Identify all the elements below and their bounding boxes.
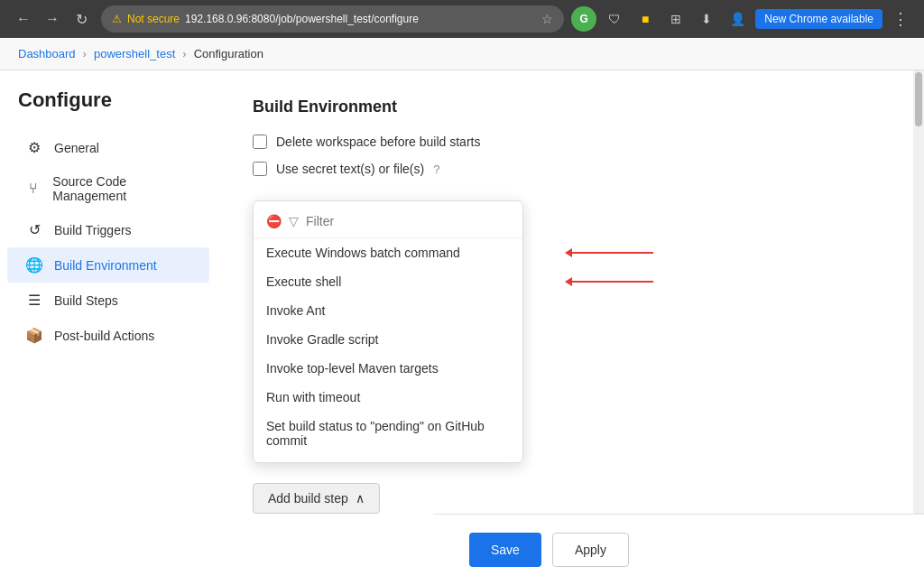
shield-icon[interactable]: 🛡 [602, 6, 627, 32]
menu-item-invoke-maven[interactable]: Invoke top-level Maven targets [254, 354, 522, 383]
arrow-line-2 [572, 281, 653, 283]
bottom-actions: Save Apply [433, 514, 924, 585]
new-chrome-button[interactable]: New Chrome available [755, 9, 882, 29]
checkbox-row-1: Delete workspace before build starts [253, 135, 888, 149]
grid-icon[interactable]: ⊞ [663, 6, 688, 32]
arrow-line-1 [572, 252, 653, 254]
section-title: Build Environment [253, 98, 888, 116]
star-icon[interactable]: ☆ [541, 12, 553, 26]
arrow-tip-2 [565, 277, 572, 286]
forward-button[interactable]: → [40, 6, 65, 32]
filter-funnel-icon: ▽ [289, 214, 299, 228]
menu-item-set-build-status[interactable]: Set build status to "pending" on GitHub … [254, 412, 522, 455]
menu-dots-icon[interactable]: ⋮ [888, 6, 913, 32]
arrow-tip-1 [565, 248, 572, 257]
menu-item-invoke-gradle[interactable]: Invoke Gradle script [254, 325, 522, 354]
secret-text-checkbox[interactable] [253, 162, 267, 176]
filter-icon: ⛔ [266, 214, 282, 228]
add-step-label: Add build step [268, 491, 348, 506]
sidebar-item-build-steps[interactable]: ☰ Build Steps [7, 283, 209, 318]
main-layout: Configure ⚙ General ⑂ Source Code Manage… [0, 70, 924, 585]
branch-icon: ⑂ [25, 181, 42, 197]
sidebar-label-build-environment: Build Environment [54, 258, 157, 273]
sidebar-item-source-code[interactable]: ⑂ Source Code Management [7, 165, 209, 212]
breadcrumb-dashboard[interactable]: Dashboard [18, 47, 76, 60]
profile-icon[interactable]: 👤 [725, 6, 750, 32]
sidebar-title: Configure [0, 88, 217, 130]
menu-item-wrapper-2: Execute shell [254, 267, 522, 296]
breadcrumb: Dashboard › powershell_test › Configurat… [0, 38, 924, 70]
menu-item-wrapper-1: Execute Windows batch command [254, 238, 522, 267]
content-area: Build Environment Delete workspace befor… [217, 70, 924, 585]
sidebar-label-build-steps: Build Steps [54, 293, 118, 308]
breadcrumb-sep-2: › [182, 47, 186, 60]
list-icon: ☰ [25, 292, 43, 309]
scroll-thumb[interactable] [915, 72, 922, 126]
browser-chrome: ← → ↻ ⚠ Not secure 192.168.0.96:8080/job… [0, 0, 924, 38]
add-build-step-section: Add build step ∧ [253, 483, 888, 514]
scrollbar[interactable] [913, 70, 924, 585]
security-warning-text: Not secure [127, 13, 180, 25]
breadcrumb-current: Configuration [194, 47, 263, 60]
gear-icon: ⚙ [25, 139, 43, 156]
download-icon[interactable]: ⬇ [694, 6, 719, 32]
execute-windows-arrow [565, 248, 653, 257]
sidebar-label-general: General [54, 141, 99, 155]
puzzle-icon[interactable]: ■ [633, 6, 658, 32]
sidebar-item-build-triggers[interactable]: ↺ Build Triggers [7, 212, 209, 247]
execute-shell-arrow [565, 277, 653, 286]
sidebar-item-general[interactable]: ⚙ General [7, 130, 209, 165]
globe-icon: 🌐 [25, 256, 43, 274]
url-text: 192.168.0.96:8080/job/powershell_test/co… [185, 13, 419, 25]
trigger-icon: ↺ [25, 221, 43, 238]
page-area: Dashboard › powershell_test › Configurat… [0, 38, 924, 585]
menu-item-execute-windows[interactable]: Execute Windows batch command [254, 238, 522, 267]
box-icon: 📦 [25, 327, 43, 344]
breadcrumb-sep-1: › [83, 47, 87, 60]
browser-actions: G 🛡 ■ ⊞ ⬇ 👤 New Chrome available ⋮ [571, 6, 913, 32]
filter-input[interactable] [306, 214, 510, 228]
breadcrumb-job[interactable]: powershell_test [94, 47, 175, 60]
nav-buttons: ← → ↻ [11, 6, 94, 32]
sidebar-item-build-environment[interactable]: 🌐 Build Environment [7, 247, 209, 283]
save-button[interactable]: Save [469, 533, 541, 567]
secret-text-label: Use secret text(s) or file(s) [276, 162, 424, 176]
security-warning-icon: ⚠ [112, 13, 122, 25]
checkbox-row-2: Use secret text(s) or file(s) ? [253, 162, 888, 176]
sidebar-item-post-build[interactable]: 📦 Post-build Actions [7, 318, 209, 353]
delete-workspace-label: Delete workspace before build starts [276, 135, 480, 149]
sidebar: Configure ⚙ General ⑂ Source Code Manage… [0, 70, 217, 585]
dropdown-menu: ⛔ ▽ Execute Windows batch command [253, 200, 523, 463]
sidebar-label-build-triggers: Build Triggers [54, 223, 132, 237]
sidebar-label-source-code: Source Code Management [52, 174, 191, 203]
menu-item-invoke-ant[interactable]: Invoke Ant [254, 296, 522, 325]
back-button[interactable]: ← [11, 6, 36, 32]
delete-workspace-checkbox[interactable] [253, 135, 267, 149]
sidebar-label-post-build: Post-build Actions [54, 329, 154, 343]
extension-g-icon[interactable]: G [571, 6, 596, 32]
add-build-step-button[interactable]: Add build step ∧ [253, 483, 380, 514]
filter-row: ⛔ ▽ [254, 209, 522, 238]
help-icon[interactable]: ? [433, 162, 439, 176]
apply-button[interactable]: Apply [552, 533, 629, 567]
address-bar[interactable]: ⚠ Not secure 192.168.0.96:8080/job/power… [101, 5, 564, 32]
menu-item-execute-shell[interactable]: Execute shell [254, 267, 522, 296]
chevron-up-icon: ∧ [356, 491, 365, 506]
menu-item-run-timeout[interactable]: Run with timeout [254, 383, 522, 412]
reload-button[interactable]: ↻ [69, 6, 94, 32]
